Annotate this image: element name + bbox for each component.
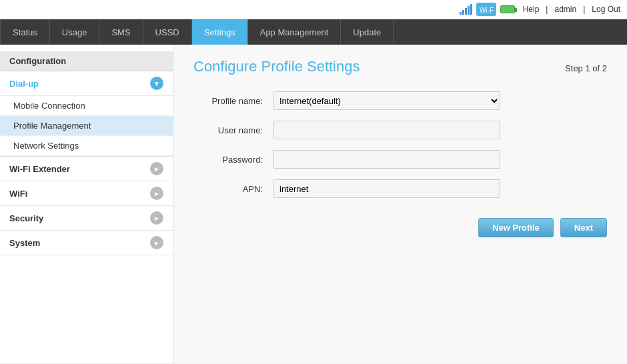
apn-input[interactable] [273, 179, 500, 198]
system-group[interactable]: System ► [0, 231, 173, 255]
profile-name-select[interactable]: Internet(default) [273, 91, 500, 110]
nav-settings[interactable]: Settings [192, 19, 248, 45]
main-header: Configure Profile Settings Step 1 of 2 [193, 58, 607, 75]
new-profile-button[interactable]: New Profile [478, 218, 554, 237]
password-row: Password: [193, 150, 607, 169]
username-label: User name: [193, 125, 273, 135]
sidebar: Configuration Dial-up ▼ Mobile Connectio… [0, 45, 173, 363]
top-bar: Wi-Fi Help | admin | Log Out [0, 0, 627, 19]
dialup-group: Dial-up ▼ Mobile Connection Profile Mana… [0, 71, 173, 157]
profile-name-row: Profile name: Internet(default) [193, 91, 607, 110]
sidebar-configuration-header: Configuration [0, 51, 173, 71]
sidebar-mobile-connection[interactable]: Mobile Connection [0, 96, 173, 116]
nav-app-management[interactable]: App Management [248, 19, 342, 45]
nav-ussd[interactable]: USSD [143, 19, 192, 45]
password-input[interactable] [273, 150, 500, 169]
username-input[interactable] [273, 121, 500, 139]
logout-link[interactable]: Log Out [592, 5, 620, 14]
main-content: Configure Profile Settings Step 1 of 2 P… [173, 45, 627, 363]
status-icons: Wi-Fi [460, 3, 515, 16]
main-nav: Status Usage SMS USSD Settings App Manag… [0, 19, 627, 45]
help-link[interactable]: Help [523, 5, 540, 14]
system-arrow-icon: ► [150, 236, 163, 249]
nav-usage[interactable]: Usage [50, 19, 100, 45]
profile-name-label: Profile name: [193, 96, 273, 106]
dialup-arrow-icon: ▼ [150, 77, 163, 90]
wifi-extender-arrow-icon: ► [150, 162, 163, 175]
admin-link[interactable]: admin [554, 5, 576, 14]
wifi-extender-group[interactable]: Wi-Fi Extender ► [0, 157, 173, 181]
sidebar-network-settings[interactable]: Network Settings [0, 136, 173, 156]
apn-label: APN: [193, 184, 273, 194]
layout: Configuration Dial-up ▼ Mobile Connectio… [0, 45, 627, 363]
battery-icon [500, 5, 515, 13]
apn-row: APN: [193, 179, 607, 198]
nav-status[interactable]: Status [0, 19, 50, 45]
top-bar-links: Help | admin | Log Out [523, 5, 620, 14]
security-group[interactable]: Security ► [0, 206, 173, 231]
security-arrow-icon: ► [150, 211, 163, 225]
sidebar-profile-management[interactable]: Profile Management [0, 116, 173, 136]
wifi-group[interactable]: WiFi ► [0, 181, 173, 206]
step-indicator: Step 1 of 2 [565, 58, 607, 73]
password-label: Password: [193, 155, 273, 165]
username-row: User name: [193, 121, 607, 139]
svg-text:Wi-Fi: Wi-Fi [480, 7, 494, 14]
wifi-status-icon: Wi-Fi [476, 3, 496, 16]
button-row: New Profile Next [193, 218, 607, 237]
nav-update[interactable]: Update [341, 19, 394, 45]
page-title: Configure Profile Settings [193, 58, 360, 75]
signal-icon [460, 4, 472, 15]
dialup-group-header[interactable]: Dial-up ▼ [0, 71, 173, 96]
next-button[interactable]: Next [560, 218, 607, 237]
nav-sms[interactable]: SMS [99, 19, 143, 45]
wifi-arrow-icon: ► [150, 187, 163, 200]
